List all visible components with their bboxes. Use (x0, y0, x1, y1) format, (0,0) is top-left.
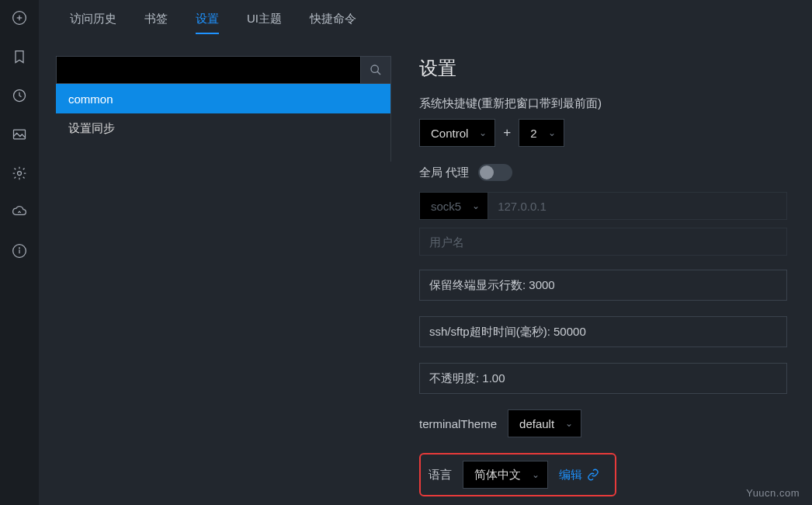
info-icon[interactable] (11, 242, 28, 259)
language-select[interactable]: 简体中文⌄ (463, 461, 548, 489)
proxy-user-input (419, 228, 787, 256)
add-icon[interactable] (11, 9, 28, 26)
tab-commands[interactable]: 快捷命令 (296, 0, 370, 37)
watermark: Yuucn.com (746, 487, 800, 499)
proxy-protocol-select: sock5⌄ (419, 192, 488, 220)
language-highlight-box: 语言 简体中文⌄ 编辑 (419, 453, 616, 496)
global-proxy-label: 全局 代理 (419, 165, 469, 180)
gear-icon[interactable] (11, 165, 28, 182)
vertical-toolbar (0, 0, 39, 505)
sidebar-item-sync[interactable]: 设置同步 (56, 113, 390, 143)
tab-theme[interactable]: UI主题 (233, 0, 296, 37)
terminal-theme-select[interactable]: default⌄ (508, 409, 581, 437)
settings-category-list: common 设置同步 (56, 84, 391, 162)
chevron-down-icon: ⌄ (548, 127, 556, 138)
terminal-theme-label: terminalTheme (419, 417, 497, 430)
page-title: 设置 (419, 56, 787, 81)
tab-history[interactable]: 访问历史 (56, 0, 130, 37)
shortcut-modifier-select[interactable]: Control⌄ (419, 119, 495, 147)
chevron-down-icon: ⌄ (532, 469, 540, 480)
scrollback-input[interactable]: 保留终端显示行数: 3000 (419, 270, 787, 301)
opacity-input[interactable]: 不透明度: 1.00 (419, 363, 787, 394)
svg-point-5 (18, 172, 22, 176)
language-label: 语言 (429, 468, 452, 482)
tab-settings[interactable]: 设置 (182, 0, 233, 37)
search-input[interactable] (56, 56, 360, 84)
shortcut-label: 系统快捷键(重新把窗口带到最前面) (419, 96, 787, 111)
svg-point-9 (371, 65, 378, 72)
chevron-down-icon: ⌄ (472, 200, 480, 211)
top-tabs: 访问历史 书签 设置 UI主题 快捷命令 (39, 0, 812, 37)
chevron-down-icon: ⌄ (565, 418, 573, 429)
search-button[interactable] (360, 56, 391, 84)
tab-bookmarks[interactable]: 书签 (130, 0, 182, 37)
chevron-down-icon: ⌄ (479, 127, 487, 138)
link-icon (587, 468, 599, 481)
plus-separator: + (503, 125, 511, 141)
sidebar-item-common[interactable]: common (56, 84, 390, 113)
history-icon[interactable] (11, 87, 28, 104)
svg-point-8 (19, 248, 20, 249)
shortcut-key-select[interactable]: 2⌄ (519, 119, 564, 147)
bookmark-icon[interactable] (11, 48, 28, 65)
global-proxy-toggle[interactable] (478, 164, 512, 181)
image-icon[interactable] (11, 126, 28, 143)
edit-link[interactable]: 编辑 (559, 468, 599, 482)
proxy-host-input (488, 192, 787, 220)
timeout-input[interactable]: ssh/sftp超时时间(毫秒): 50000 (419, 316, 787, 347)
svg-line-10 (377, 71, 380, 75)
cloud-sync-icon[interactable] (11, 204, 28, 221)
